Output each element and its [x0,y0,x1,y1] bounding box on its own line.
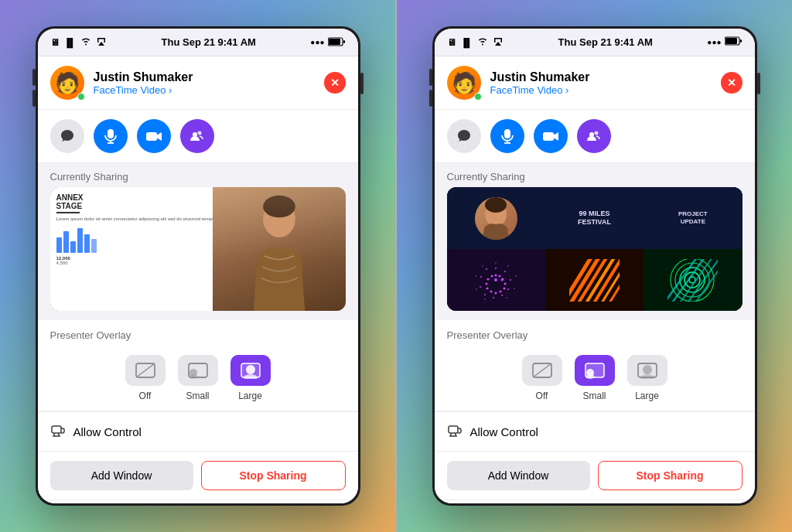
left-ipad-screen: 🖥 ▐▌ Thu Sep 21 9:41 AM ●●● [38,29,358,503]
overlay-off-icon-right[interactable] [522,355,562,386]
svg-point-53 [509,278,510,280]
facetime-camera-right[interactable]: FaceTime HD Camera › [435,500,755,503]
svg-point-44 [486,287,488,289]
stop-sharing-button-right[interactable]: Stop Sharing [598,461,742,490]
overlay-small-icon-left[interactable] [178,355,218,386]
stop-sharing-button-left[interactable]: Stop Sharing [201,461,346,490]
overlay-off-icon-left[interactable] [125,355,166,386]
svg-point-62 [507,265,509,267]
status-time-right: Thu Sep 21 9:41 AM [558,36,653,48]
overlay-large-icon-right[interactable] [627,355,667,386]
volume-up-button-right[interactable] [429,69,432,86]
bottom-buttons-right: Add Window Stop Sharing [435,451,755,500]
wifi-icon-right [477,36,488,48]
status-time-left: Thu Sep 21 9:41 AM [162,36,256,48]
status-bar-right-right-icons: ●●● [707,36,742,48]
left-panel-content: 🧑 Justin Shumaker FaceTime Video › ✕ [38,56,358,503]
overlay-large-right[interactable]: Large [627,355,667,401]
fest-orange-stripes [545,249,644,311]
overlay-options-right: Off [447,355,742,401]
right-ipad-screen: 🖥 ▐▌ Thu Sep 21 9:41 AM ●●● [435,29,755,503]
close-button-right[interactable]: ✕ [721,72,742,94]
online-indicator-left [77,93,85,101]
svg-point-66 [484,298,486,300]
svg-point-37 [494,278,497,281]
facetime-camera-left[interactable]: FaceTime HD Camera › [38,500,358,503]
svg-rect-30 [543,132,554,141]
camera-button-left[interactable] [137,119,171,153]
call-info-left: Justin Shumaker FaceTime Video › [94,70,315,96]
close-button-left[interactable]: ✕ [324,72,346,94]
overlay-off-label-right: Off [536,390,548,401]
svg-point-50 [501,278,504,280]
volume-up-button[interactable] [32,69,36,86]
currently-sharing-label-left: Currently Sharing [38,163,358,187]
svg-rect-2 [343,40,345,43]
fest-title-cell: 99 MILESFESTIVAL [545,187,644,249]
volume-down-button[interactable] [32,90,36,107]
svg-point-58 [479,285,480,287]
presentation-preview: ANNEXSTAGE Lorem ipsum dolor sit amet co… [50,187,346,311]
overlay-large-icon-left[interactable] [230,355,271,386]
power-button[interactable] [360,73,364,94]
add-window-button-right[interactable]: Add Window [447,461,590,490]
svg-point-55 [500,294,502,295]
shareplay-button-left[interactable] [180,119,214,153]
overlay-small-left[interactable]: Small [178,355,218,401]
svg-point-43 [490,290,492,292]
presenter-overlay-section-left: Presenter Overlay Off [38,320,358,411]
power-button-right[interactable] [757,73,760,94]
action-buttons-left [38,110,358,163]
shareplay-button-right[interactable] [577,119,611,153]
presenter-overlay-label-left: Presenter Overlay [50,329,346,347]
camera-button-right[interactable] [534,119,568,153]
svg-point-93 [585,374,595,379]
festival-preview: 99 MILESFESTIVAL PROJECTUPDATE [447,187,742,311]
svg-point-81 [680,268,705,292]
allow-control-label-right: Allow Control [470,425,538,438]
svg-marker-7 [157,132,162,141]
battery-icon-right: ▐▌ [461,38,473,47]
svg-point-60 [485,268,486,269]
overlay-off-left[interactable]: Off [125,355,166,401]
svg-point-11 [263,196,295,218]
svg-rect-6 [146,132,157,141]
volume-down-button-right[interactable] [429,90,432,107]
overlay-large-left[interactable]: Large [230,355,271,401]
mic-button-left[interactable] [94,119,128,153]
overlay-options-left: Off [50,355,346,401]
avatar-container-right: 🧑 [447,66,481,100]
left-ipad-frame: 🖥 ▐▌ Thu Sep 21 9:41 AM ●●● [36,26,360,506]
svg-point-46 [486,278,489,280]
sharing-preview-right: 99 MILESFESTIVAL PROJECTUPDATE [447,187,742,311]
action-buttons-right [435,110,755,163]
svg-marker-31 [554,132,558,141]
svg-line-90 [533,363,551,377]
allow-control-left[interactable]: Allow Control [38,411,358,451]
allow-control-right[interactable]: Allow Control [435,411,755,451]
svg-point-51 [494,267,496,268]
sharing-preview-left: ANNEXSTAGE Lorem ipsum dolor sit amet co… [50,187,346,311]
allow-control-icon-left [50,423,66,440]
fest-project-cell: PROJECTUPDATE [644,187,742,249]
allow-control-label-left: Allow Control [73,425,142,438]
svg-rect-3 [108,129,114,138]
svg-point-59 [480,275,481,277]
svg-point-65 [506,297,507,298]
svg-point-9 [197,131,201,135]
fest-green-circles [644,249,742,311]
add-window-button-left[interactable]: Add Window [50,461,193,490]
right-panel-content: 🧑 Justin Shumaker FaceTime Video › ✕ [435,56,755,503]
overlay-small-right[interactable]: Small [575,355,615,401]
overlay-off-right[interactable]: Off [522,355,562,401]
message-button-right[interactable] [447,119,481,153]
overlay-small-icon-right[interactable] [575,355,615,386]
status-bar-right: 🖥 ▐▌ Thu Sep 21 9:41 AM ●●● [435,29,755,56]
svg-point-48 [494,274,497,276]
call-info-right: Justin Shumaker FaceTime Video › [490,70,712,96]
left-device-panel: 🖥 ▐▌ Thu Sep 21 9:41 AM ●●● [0,0,395,532]
svg-point-41 [499,290,501,292]
mic-button-right[interactable] [490,119,524,153]
message-button-left[interactable] [50,119,84,153]
svg-rect-20 [52,426,61,433]
